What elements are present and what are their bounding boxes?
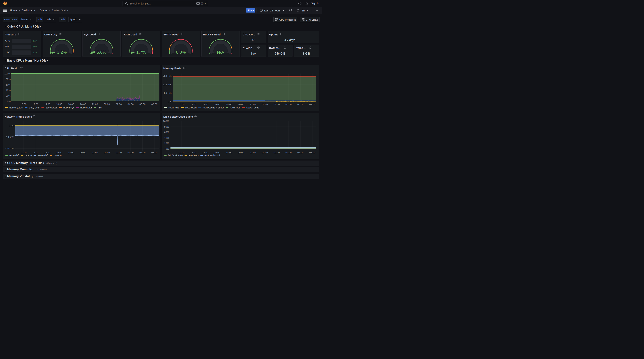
- svg-text:40%: 40%: [164, 136, 169, 139]
- svg-text:/etc/hosts: /etc/hosts: [188, 154, 198, 157]
- svg-text:0%: 0%: [166, 147, 169, 150]
- svg-text:20:00: 20:00: [238, 151, 244, 154]
- svg-text:08:00: 08:00: [309, 151, 316, 154]
- svg-text:14:00: 14:00: [202, 151, 208, 154]
- svg-text:60%: 60%: [164, 131, 169, 134]
- svg-text:18:00: 18:00: [226, 151, 232, 154]
- svg-text:80%: 80%: [164, 125, 169, 128]
- svg-text:16:00: 16:00: [214, 151, 220, 154]
- svg-text:12:00: 12:00: [190, 151, 196, 154]
- svg-text:00:00: 00:00: [262, 151, 268, 154]
- svg-text:06:00: 06:00: [298, 151, 304, 154]
- svg-text:04:00: 04:00: [286, 151, 292, 154]
- svg-text:100%: 100%: [163, 120, 169, 123]
- svg-text:20%: 20%: [164, 142, 169, 145]
- svg-text:/etc/resolv.conf: /etc/resolv.conf: [204, 154, 220, 157]
- svg-text:10:00: 10:00: [178, 151, 184, 154]
- svg-text:22:00: 22:00: [250, 151, 256, 154]
- svg-text:/etc/hostname: /etc/hostname: [168, 154, 183, 157]
- svg-text:02:00: 02:00: [274, 151, 280, 154]
